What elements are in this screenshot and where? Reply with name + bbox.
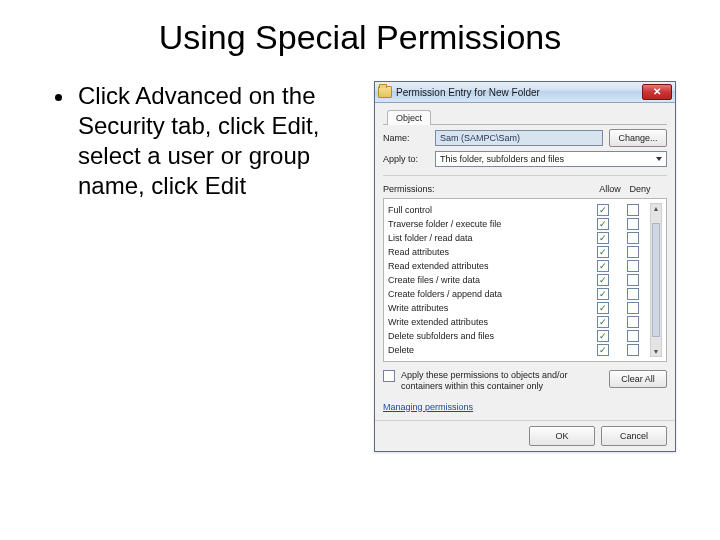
permission-row: Write attributes✓ — [388, 301, 648, 315]
deny-checkbox[interactable] — [627, 274, 639, 286]
deny-checkbox[interactable] — [627, 344, 639, 356]
change-button[interactable]: Change... — [609, 129, 667, 147]
apply-inherit-checkbox[interactable] — [383, 370, 395, 382]
managing-permissions-link[interactable]: Managing permissions — [383, 402, 667, 412]
permission-row: Read attributes✓ — [388, 245, 648, 259]
scroll-down-icon[interactable]: ▼ — [651, 347, 661, 356]
permission-row: List folder / read data✓ — [388, 231, 648, 245]
clear-all-button[interactable]: Clear All — [609, 370, 667, 388]
permission-name: Read extended attributes — [388, 261, 588, 271]
deny-checkbox[interactable] — [627, 260, 639, 272]
permission-name: Delete subfolders and files — [388, 331, 588, 341]
permissions-label: Permissions: — [383, 184, 595, 194]
column-deny: Deny — [625, 184, 655, 194]
slide-title: Using Special Permissions — [0, 18, 720, 57]
scroll-up-icon[interactable]: ▲ — [651, 204, 661, 213]
deny-checkbox[interactable] — [627, 232, 639, 244]
permissions-list: Full control✓Traverse folder / execute f… — [388, 203, 648, 357]
folder-icon — [378, 86, 392, 98]
permission-row: Read extended attributes✓ — [388, 259, 648, 273]
permissions-header: Permissions: Allow Deny — [383, 184, 667, 194]
allow-checkbox[interactable]: ✓ — [597, 232, 609, 244]
permissions-box: Full control✓Traverse folder / execute f… — [383, 198, 667, 362]
allow-checkbox[interactable]: ✓ — [597, 246, 609, 258]
chevron-down-icon — [656, 157, 662, 161]
cancel-button[interactable]: Cancel — [601, 426, 667, 446]
permission-row: Delete✓ — [388, 343, 648, 357]
name-field[interactable]: Sam (SAMPC\Sam) — [435, 130, 603, 146]
permission-name: Write extended attributes — [388, 317, 588, 327]
allow-checkbox[interactable]: ✓ — [597, 302, 609, 314]
permission-name: Write attributes — [388, 303, 588, 313]
permission-name: Full control — [388, 205, 588, 215]
scroll-thumb[interactable] — [652, 223, 660, 337]
permission-row: Full control✓ — [388, 203, 648, 217]
permission-row: Write extended attributes✓ — [388, 315, 648, 329]
allow-checkbox[interactable]: ✓ — [597, 316, 609, 328]
allow-checkbox[interactable]: ✓ — [597, 330, 609, 342]
permission-name: Traverse folder / execute file — [388, 219, 588, 229]
allow-checkbox[interactable]: ✓ — [597, 344, 609, 356]
deny-checkbox[interactable] — [627, 330, 639, 342]
apply-inherit-label: Apply these permissions to objects and/o… — [401, 370, 603, 392]
bullet-item: Click Advanced on the Security tab, clic… — [76, 81, 356, 201]
name-label: Name: — [383, 133, 429, 143]
column-allow: Allow — [595, 184, 625, 194]
permission-name: Create folders / append data — [388, 289, 588, 299]
permission-entry-dialog: Permission Entry for New Folder ✕ Object… — [374, 81, 676, 452]
dialog-titlebar: Permission Entry for New Folder ✕ — [375, 82, 675, 103]
dialog-footer: OK Cancel — [375, 420, 675, 451]
deny-checkbox[interactable] — [627, 218, 639, 230]
allow-checkbox[interactable]: ✓ — [597, 274, 609, 286]
tab-strip: Object — [383, 109, 667, 125]
deny-checkbox[interactable] — [627, 302, 639, 314]
bullet-column: Click Advanced on the Security tab, clic… — [56, 81, 356, 452]
deny-checkbox[interactable] — [627, 204, 639, 216]
permission-name: Create files / write data — [388, 275, 588, 285]
apply-to-label: Apply to: — [383, 154, 429, 164]
allow-checkbox[interactable]: ✓ — [597, 204, 609, 216]
close-button[interactable]: ✕ — [642, 84, 672, 100]
deny-checkbox[interactable] — [627, 246, 639, 258]
allow-checkbox[interactable]: ✓ — [597, 288, 609, 300]
deny-checkbox[interactable] — [627, 316, 639, 328]
tab-object[interactable]: Object — [387, 110, 431, 125]
permission-row: Create folders / append data✓ — [388, 287, 648, 301]
content-row: Click Advanced on the Security tab, clic… — [0, 81, 720, 452]
permission-name: List folder / read data — [388, 233, 588, 243]
scrollbar[interactable]: ▲ ▼ — [650, 203, 662, 357]
permission-row: Traverse folder / execute file✓ — [388, 217, 648, 231]
deny-checkbox[interactable] — [627, 288, 639, 300]
permission-row: Create files / write data✓ — [388, 273, 648, 287]
divider — [383, 175, 667, 176]
allow-checkbox[interactable]: ✓ — [597, 218, 609, 230]
permission-name: Read attributes — [388, 247, 588, 257]
apply-to-value: This folder, subfolders and files — [440, 154, 564, 164]
apply-to-select[interactable]: This folder, subfolders and files — [435, 151, 667, 167]
permission-row: Delete subfolders and files✓ — [388, 329, 648, 343]
allow-checkbox[interactable]: ✓ — [597, 260, 609, 272]
dialog-title: Permission Entry for New Folder — [396, 87, 638, 98]
ok-button[interactable]: OK — [529, 426, 595, 446]
permission-name: Delete — [388, 345, 588, 355]
